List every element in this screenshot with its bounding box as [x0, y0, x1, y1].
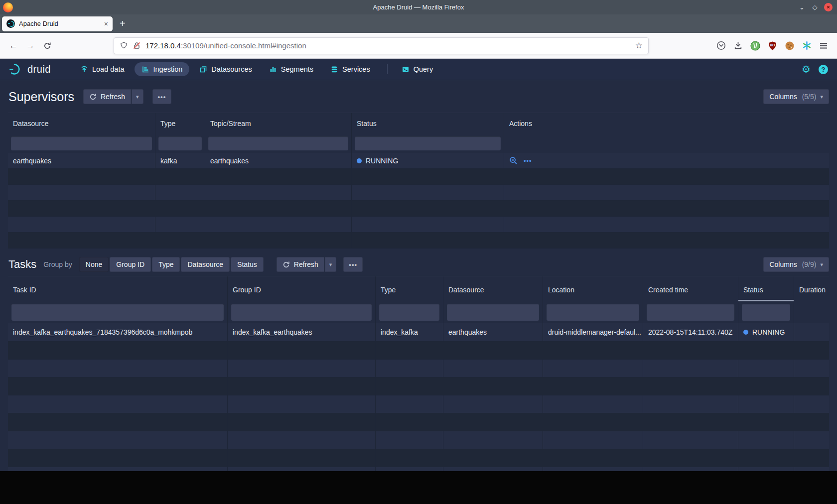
cell-created-time: 2022-08-15T14:11:03.740Z	[643, 323, 738, 341]
status-filter-input[interactable]	[742, 304, 790, 321]
pocket-icon[interactable]	[716, 41, 726, 50]
cell-status: RUNNING	[352, 153, 504, 168]
nav-item-label: Load data	[92, 65, 125, 73]
nav-item-label: Datasources	[211, 65, 252, 73]
group-by-datasource-button[interactable]: Datasource	[181, 257, 230, 272]
header-group-id[interactable]: Group ID	[228, 276, 376, 301]
window-title: Apache Druid — Mozilla Firefox	[0, 3, 837, 11]
menu-hamburger-icon[interactable]	[819, 42, 828, 50]
druid-console-content: Supervisors Refresh ▾ ••• Columns(5/5) ▾	[0, 80, 837, 471]
header-type[interactable]: Type	[376, 276, 443, 301]
header-duration[interactable]: Duration	[794, 276, 829, 301]
druid-favicon	[6, 19, 15, 28]
tasks-toolbar: Tasks Group by None Group ID Type Dataso…	[0, 252, 837, 276]
ublock-shield-extension-icon[interactable]: uO	[768, 41, 777, 51]
nav-item-datasources[interactable]: Datasources	[192, 62, 259, 76]
supervisors-refresh-button[interactable]: Refresh	[83, 89, 131, 104]
created-time-filter-input[interactable]	[647, 304, 734, 321]
url-text: 172.18.0.4:30109/unified-console.html#in…	[145, 41, 631, 50]
new-tab-button[interactable]: +	[120, 18, 126, 29]
header-type[interactable]: Type	[155, 113, 205, 134]
help-icon[interactable]: ?	[819, 65, 828, 74]
tasks-header-row: Task ID Group ID Type Datasource Locatio…	[8, 276, 829, 301]
nav-item-ingestion[interactable]: Ingestion	[135, 62, 190, 76]
nav-item-segments[interactable]: Segments	[262, 62, 320, 76]
window-close-button[interactable]: ×	[824, 3, 833, 11]
datasource-filter-input[interactable]	[11, 136, 152, 150]
tasks-refresh-caret-button[interactable]: ▾	[325, 257, 337, 272]
header-created-time[interactable]: Created time	[643, 276, 738, 301]
status-filter-input[interactable]	[355, 136, 501, 150]
url-bar[interactable]: 172.18.0.4:30109/unified-console.html#in…	[114, 37, 649, 54]
header-location[interactable]: Location	[543, 276, 643, 301]
nav-item-label: Services	[342, 65, 370, 73]
settings-gear-icon[interactable]: ⚙	[802, 64, 811, 74]
topic-filter-input[interactable]	[208, 136, 348, 150]
cell-group-id: index_kafka_earthquakes	[228, 323, 376, 341]
supervisors-more-button[interactable]: •••	[152, 89, 172, 104]
back-button[interactable]: ←	[5, 41, 22, 51]
location-filter-input[interactable]	[547, 304, 639, 321]
group-by-group-id-button[interactable]: Group ID	[110, 257, 151, 272]
empty-row	[8, 217, 829, 233]
header-topic-stream[interactable]: Topic/Stream	[205, 113, 352, 134]
header-task-id[interactable]: Task ID	[8, 276, 228, 301]
cookie-extension-icon[interactable]	[785, 41, 795, 51]
nav-item-load-data[interactable]: Load data	[73, 62, 132, 76]
forward-button[interactable]: →	[22, 41, 39, 51]
url-host: 172.18.0.4	[145, 41, 181, 50]
tasks-columns-button[interactable]: Columns(9/9) ▾	[763, 257, 829, 272]
supervisor-row[interactable]: earthquakes kafka earthquakes RUNNING ••…	[8, 153, 829, 169]
privacy-badger-extension-icon[interactable]	[750, 41, 760, 51]
empty-row	[8, 233, 829, 249]
shield-icon[interactable]	[120, 41, 128, 50]
tasks-more-button[interactable]: •••	[343, 257, 363, 272]
empty-row	[8, 395, 829, 413]
task-id-filter-input[interactable]	[11, 304, 224, 321]
bookmark-star-icon[interactable]: ☆	[635, 40, 643, 51]
tasks-body: index_kafka_earthquakes_7184357396d6c0a_…	[8, 323, 829, 471]
row-more-actions-icon[interactable]: •••	[524, 157, 532, 164]
group-by-status-button[interactable]: Status	[231, 257, 264, 272]
window-minimize-button[interactable]: ⌄	[798, 3, 806, 11]
supervisors-refresh-caret-button[interactable]: ▾	[132, 89, 143, 104]
browser-tab[interactable]: Apache Druid ×	[2, 16, 113, 31]
refresh-label: Refresh	[101, 93, 125, 101]
empty-row	[8, 413, 829, 431]
tab-close-icon[interactable]: ×	[104, 20, 108, 28]
tasks-table: Task ID Group ID Type Datasource Locatio…	[8, 276, 829, 471]
window-maximize-button[interactable]: ◇	[811, 3, 819, 11]
type-filter-input[interactable]	[158, 136, 202, 150]
group-by-none-button[interactable]: None	[79, 257, 109, 272]
lock-slash-icon[interactable]	[133, 41, 141, 50]
supervisors-table: Datasource Type Topic/Stream Status Acti…	[8, 113, 829, 249]
cell-type: index_kafka	[376, 323, 443, 341]
group-id-filter-input[interactable]	[231, 304, 372, 321]
nav-item-label: Query	[414, 65, 433, 73]
nav-item-query[interactable]: Query	[395, 62, 440, 76]
supervisors-columns-button[interactable]: Columns(5/5) ▾	[763, 89, 829, 104]
svg-text:uO: uO	[770, 43, 775, 47]
view-detail-magnifier-icon[interactable]	[509, 156, 518, 165]
tasks-refresh-button[interactable]: Refresh	[277, 257, 324, 272]
type-filter-input[interactable]	[379, 304, 439, 321]
druid-logo[interactable]: druid	[9, 63, 51, 76]
cell-type: kafka	[155, 153, 205, 168]
header-status-sorted[interactable]: Status	[738, 276, 794, 301]
header-status[interactable]: Status	[352, 113, 504, 134]
containers-asterisk-extension-icon[interactable]	[802, 41, 812, 50]
download-icon[interactable]	[733, 41, 743, 50]
supervisors-body: earthquakes kafka earthquakes RUNNING ••…	[8, 153, 829, 249]
group-by-type-button[interactable]: Type	[152, 257, 180, 272]
status-label: RUNNING	[366, 157, 398, 165]
header-datasource[interactable]: Datasource	[8, 113, 155, 134]
navigation-toolbar: ← → 172.18.0.4:30109/unified-console.htm…	[0, 33, 837, 59]
nav-item-services[interactable]: Services	[323, 62, 377, 76]
segments-icon	[269, 65, 277, 73]
datasource-filter-input[interactable]	[447, 304, 539, 321]
empty-row	[8, 342, 829, 360]
header-datasource[interactable]: Datasource	[443, 276, 543, 301]
cell-actions: •••	[504, 153, 829, 168]
reload-button[interactable]	[39, 42, 56, 50]
task-row[interactable]: index_kafka_earthquakes_7184357396d6c0a_…	[8, 323, 829, 342]
